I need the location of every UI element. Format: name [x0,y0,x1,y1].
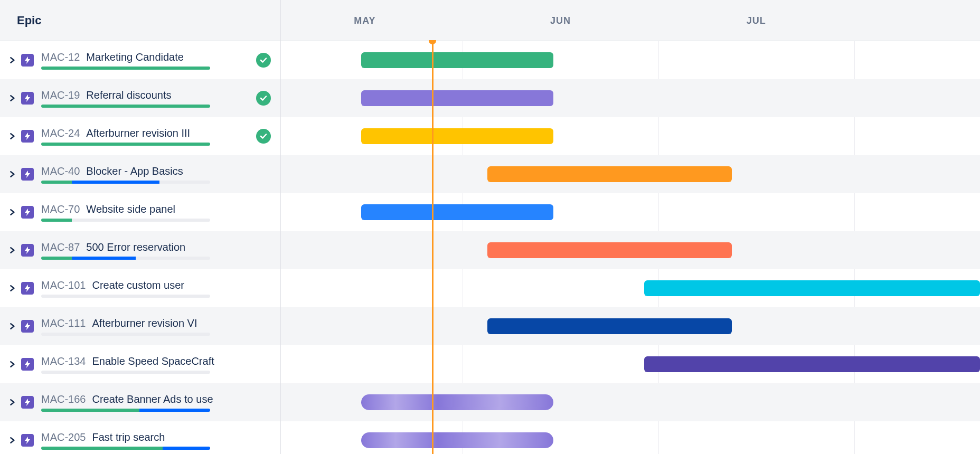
expand-chevron-icon[interactable] [10,171,16,177]
epic-title[interactable]: Create custom user [92,279,184,291]
epic-text-block: MAC-24Afterburner revision III [41,127,250,146]
epic-timeline-bar[interactable] [361,90,553,106]
epic-timeline-bar[interactable] [361,394,553,410]
timeline-row [281,155,980,193]
epic-row[interactable]: MAC-134Enable Speed SpaceCraft [0,345,280,383]
expand-chevron-icon[interactable] [10,133,16,139]
epic-type-icon [21,320,34,333]
epic-type-icon [21,130,34,143]
epic-text-block: MAC-205Fast trip search [41,431,271,450]
epic-timeline-bar[interactable] [487,318,732,334]
epic-title[interactable]: Blocker - App Basics [86,165,183,177]
today-marker [432,41,434,454]
epic-title[interactable]: Create Banner Ads to use [92,393,213,405]
epic-progress-bar [41,333,210,336]
epic-timeline-bar[interactable] [487,166,732,182]
epic-row[interactable]: MAC-101Create custom user [0,269,280,307]
epic-timeline-bar[interactable] [361,432,553,448]
timeline-row [281,79,980,117]
epic-timeline-bar[interactable] [487,242,732,258]
epic-type-icon [21,396,34,409]
epic-progress-bar [41,409,210,412]
epic-type-icon [21,358,34,371]
epic-text-block: MAC-166Create Banner Ads to use [41,393,271,412]
expand-chevron-icon[interactable] [10,247,16,253]
done-check-icon [256,53,271,68]
epic-progress-bar [41,181,210,184]
epic-timeline-bar[interactable] [361,204,553,220]
epic-row[interactable]: MAC-24Afterburner revision III [0,117,280,155]
epic-key[interactable]: MAC-19 [41,89,80,101]
epic-key[interactable]: MAC-24 [41,127,80,139]
expand-chevron-icon[interactable] [10,437,16,443]
epic-title[interactable]: Fast trip search [92,431,165,443]
epic-timeline-bar[interactable] [644,280,980,296]
expand-chevron-icon[interactable] [10,209,16,215]
epic-row[interactable]: MAC-19Referral discounts [0,79,280,117]
month-label: JUN [550,15,571,26]
epic-row[interactable]: MAC-40Blocker - App Basics [0,155,280,193]
epic-row[interactable]: MAC-12Marketing Candidate [0,41,280,79]
epic-title[interactable]: Afterburner revision VI [92,317,197,329]
epic-type-icon [21,434,34,447]
epic-row[interactable]: MAC-111Afterburner revision VI [0,307,280,345]
timeline-row [281,193,980,231]
done-check-icon [256,91,271,106]
epic-key[interactable]: MAC-166 [41,393,86,405]
epic-progress-bar [41,219,210,222]
expand-chevron-icon[interactable] [10,57,16,63]
epic-key[interactable]: MAC-70 [41,203,80,215]
epic-type-icon [21,168,34,181]
expand-chevron-icon[interactable] [10,399,16,405]
epic-row[interactable]: MAC-87500 Error reservation [0,231,280,269]
done-check-icon [256,129,271,144]
timeline-row [281,345,980,383]
epic-key[interactable]: MAC-12 [41,51,80,63]
epic-row[interactable]: MAC-205Fast trip search [0,421,280,454]
epic-text-block: MAC-101Create custom user [41,279,271,298]
epic-key[interactable]: MAC-87 [41,241,80,253]
expand-chevron-icon[interactable] [10,285,16,291]
epic-progress-bar [41,143,210,146]
expand-chevron-icon[interactable] [10,323,16,329]
epic-text-block: MAC-111Afterburner revision VI [41,317,271,336]
epic-key[interactable]: MAC-40 [41,165,80,177]
epic-progress-bar [41,105,210,108]
epic-title[interactable]: Website side panel [86,203,175,215]
timeline-panel: MAYJUNJUL [281,0,980,454]
epic-title[interactable]: Referral discounts [86,89,171,101]
epic-key[interactable]: MAC-205 [41,431,86,443]
epic-title[interactable]: Enable Speed SpaceCraft [92,355,214,367]
epic-type-icon [21,206,34,219]
expand-chevron-icon[interactable] [10,95,16,101]
epic-timeline-bar[interactable] [644,356,980,372]
epic-timeline-bar[interactable] [361,128,553,144]
epic-key[interactable]: MAC-134 [41,355,86,367]
timeline-row [281,117,980,155]
epic-type-icon [21,244,34,257]
epic-key[interactable]: MAC-111 [41,317,86,329]
epic-row[interactable]: MAC-166Create Banner Ads to use [0,383,280,421]
epic-text-block: MAC-40Blocker - App Basics [41,165,271,184]
timeline-row [281,269,980,307]
epic-text-block: MAC-19Referral discounts [41,89,250,108]
epic-timeline-bar[interactable] [361,52,553,68]
epic-title[interactable]: Marketing Candidate [86,51,184,63]
epic-progress-bar [41,371,210,374]
epic-title[interactable]: Afterburner revision III [86,127,190,139]
month-label: JUL [747,15,766,26]
timeline-row [281,307,980,345]
epic-progress-bar [41,67,210,70]
epic-progress-bar [41,257,210,260]
expand-chevron-icon[interactable] [10,361,16,367]
epic-row[interactable]: MAC-70Website side panel [0,193,280,231]
epic-key[interactable]: MAC-101 [41,279,86,291]
sidebar-title: Epic [17,14,41,27]
timeline-row [281,421,980,454]
epic-type-icon [21,54,34,67]
epic-text-block: MAC-87500 Error reservation [41,241,271,260]
epic-sidebar: Epic MAC-12Marketing CandidateMAC-19Refe… [0,0,281,454]
epic-type-icon [21,92,34,105]
epic-title[interactable]: 500 Error reservation [86,241,185,253]
epic-text-block: MAC-70Website side panel [41,203,271,222]
